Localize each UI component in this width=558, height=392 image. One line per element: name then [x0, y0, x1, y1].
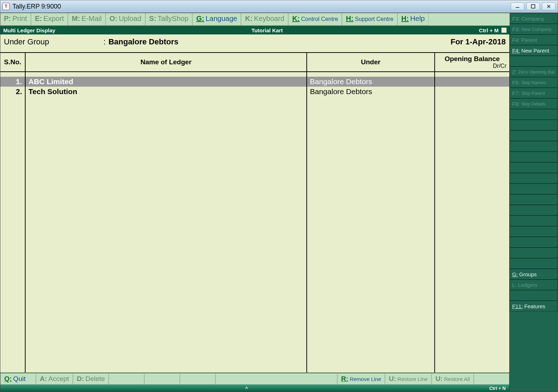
topmenu-key: S: — [149, 15, 156, 23]
topmenu-item-support-centre[interactable]: H:Support Centre — [342, 13, 397, 26]
under-group-value: Bangalore Debtors — [108, 37, 451, 47]
colon: : — [103, 37, 106, 47]
bm-key: Q: — [4, 375, 12, 383]
topmenu-label: Export — [43, 15, 64, 23]
side-spacer — [510, 141, 558, 152]
side-label: Skip Details — [521, 101, 546, 107]
cell-name: ABC Limited — [25, 77, 307, 87]
col-drcr-label: Dr/Cr — [493, 63, 506, 69]
bottommenu-item-remove-line[interactable]: R:Remove Line — [337, 373, 385, 385]
table-filler-row — [0, 97, 509, 372]
bm-flex — [215, 373, 337, 385]
side-btn-company[interactable]: F3: Company — [510, 13, 558, 24]
bm-key: A: — [40, 375, 47, 383]
topmenu-item-control-centre[interactable]: K:Control Centre — [288, 13, 342, 26]
side-key: F6: — [512, 80, 520, 86]
bm-spacer — [109, 373, 144, 385]
topmenu-item-export[interactable]: E:Export — [31, 13, 68, 26]
side-label: Features — [524, 303, 545, 309]
titlebar-left: T Tally.ERP 9:9000 — [2, 3, 61, 10]
topmenu-key: H: — [401, 15, 409, 23]
bm-spacer — [180, 373, 215, 385]
top-menu: P:PrintE:ExportM:E-MailO:UploadS:TallySh… — [0, 13, 510, 26]
col-opbal-label: Opening Balance — [445, 55, 500, 62]
side-label: Groups — [519, 271, 537, 277]
topmenu-key: K: — [292, 15, 300, 23]
side-key: F7: — [512, 90, 520, 96]
bottommenu-item-restore-all[interactable]: U:Restore All — [431, 373, 474, 385]
side-btn-features[interactable]: F11: Features — [510, 301, 558, 311]
topmenu-item-help[interactable]: H:Help — [397, 13, 429, 26]
subheader-center: Tutorial Kart — [252, 27, 283, 33]
side-spacer — [510, 226, 558, 237]
side-label: Ledgers — [518, 282, 537, 288]
topmenu-item-print[interactable]: P:Print — [0, 13, 31, 26]
side-spacer — [510, 130, 558, 141]
side-btn-new-parent[interactable]: F4: New Parent — [510, 45, 558, 56]
side-btn-zero-opening-bal[interactable]: Z: Zero Opening Bal — [510, 66, 558, 77]
topmenu-item-keyboard[interactable]: K:Keyboard — [241, 13, 288, 26]
side-btn-ledgers[interactable]: L: Ledgers — [510, 279, 558, 290]
topmenu-item-e-mail[interactable]: M:E-Mail — [68, 13, 106, 26]
side-key: F4: — [512, 48, 520, 54]
bm-label: Quit — [13, 375, 26, 383]
topmenu-key: G: — [196, 15, 204, 23]
topmenu-key: K: — [245, 15, 252, 23]
bm-key: D: — [77, 375, 84, 383]
side-btn-skip-names[interactable]: F6: Skip Names — [510, 77, 558, 88]
bottommenu-item-delete[interactable]: D:Delete — [73, 373, 109, 385]
bottommenu-item-quit[interactable]: Q:Quit — [0, 373, 36, 385]
bottommenu-item-restore-line[interactable]: U:Restore Line — [385, 373, 431, 385]
topmenu-item-tallyshop[interactable]: S:TallyShop — [145, 13, 193, 26]
close-button[interactable] — [542, 2, 556, 10]
table-row[interactable]: 1.ABC LimitedBangalore Debtors — [0, 77, 509, 87]
side-label: Parent — [521, 37, 537, 43]
table-body: 1.ABC LimitedBangalore Debtors2.Tech Sol… — [0, 72, 509, 372]
info-row: Under Group : Bangalore Debtors For 1-Ap… — [0, 34, 509, 53]
side-spacer — [510, 173, 558, 184]
side-label: Zero Opening Bal — [518, 69, 554, 75]
bm-key: U: — [435, 375, 442, 383]
cell-under: Bangalore Debtors — [307, 77, 435, 87]
main-area: Multi Ledger Display Tutorial Kart Ctrl … — [0, 26, 510, 392]
topmenu-label: TallyShop — [158, 15, 189, 23]
app-icon: T — [2, 3, 10, 10]
topmenu-label: Support Centre — [355, 16, 393, 22]
topmenu-item-upload[interactable]: O:Upload — [106, 13, 145, 26]
side-spacer — [510, 258, 558, 269]
topmenu-item-language[interactable]: G:Language — [192, 13, 241, 26]
side-btn-skip-parent[interactable]: F7: Skip Parent — [510, 88, 558, 98]
side-panel: F3: CompanyF3: New CompanyF4: ParentF4: … — [510, 13, 558, 392]
bottom-menu: Q:QuitA:AcceptD:DeleteR:Remove LineU:Res… — [0, 372, 509, 385]
side-spacer — [510, 194, 558, 205]
side-key: G: — [512, 271, 518, 277]
topmenu-label: Language — [205, 15, 237, 23]
bottommenu-item-accept[interactable]: A:Accept — [36, 373, 73, 385]
maximize-icon — [530, 4, 536, 9]
side-label: New Parent — [521, 48, 549, 54]
side-btn-groups[interactable]: G: Groups — [510, 269, 558, 279]
side-key: F4: — [512, 37, 520, 43]
bm-spacer — [144, 373, 180, 385]
side-btn-skip-details[interactable]: F8: Skip Details — [510, 98, 558, 109]
cell-sno: 1. — [0, 77, 25, 87]
subheader-right: Ctrl + M — [479, 27, 506, 33]
maximize-button[interactable] — [526, 2, 540, 10]
close-icon — [546, 4, 552, 9]
side-key: F8: — [512, 101, 520, 107]
side-spacer — [510, 247, 558, 258]
side-spacer — [510, 205, 558, 216]
minimize-button[interactable] — [511, 2, 524, 10]
subheader-box-icon[interactable] — [501, 28, 506, 33]
status-center: ^ — [4, 386, 489, 391]
col-opbal: Opening Balance Dr/Cr — [435, 53, 509, 72]
side-spacer — [510, 184, 558, 194]
side-spacer — [510, 120, 558, 130]
topmenu-key: H: — [346, 15, 353, 23]
table-row[interactable]: 2.Tech SolutionBangalore Debtors — [0, 87, 509, 97]
side-key: F3: — [512, 26, 520, 32]
side-btn-parent[interactable]: F4: Parent — [510, 34, 558, 45]
cell-name: Tech Solution — [25, 87, 307, 97]
side-btn-new-company[interactable]: F3: New Company — [510, 24, 558, 34]
bm-label: Restore All — [444, 376, 470, 382]
